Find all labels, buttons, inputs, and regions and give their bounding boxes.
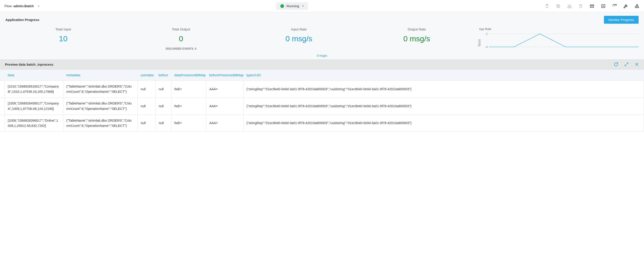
svg-rect-8 [636,6,637,8]
cell-data: [1010,"1568928516017","CompanyB",1010,1,… [4,81,63,98]
preview-header: Preview data batch_inprocess [0,59,644,69]
clipboard-icon[interactable] [544,4,550,9]
progress-title: Application Progress [6,18,40,22]
status-indicator-icon [280,4,284,8]
col-datapresencebitmap[interactable]: dataPresenceBitMap [171,69,206,81]
svg-point-9 [638,6,639,8]
refresh-icon[interactable] [614,62,618,67]
cell-datapresencebitmap: fwE= [171,81,206,98]
monitor-progress-button[interactable]: Monitor Progress [604,16,638,24]
cell-userdata: null [137,81,155,98]
close-icon[interactable] [634,62,639,67]
output-rate-metric: Output Rate 0 msg/s [359,27,474,43]
cell-data: [1008,"1568928396017","Online",1008,1,26… [4,115,63,131]
chart-tick-0: 0 [486,46,488,48]
table-row[interactable]: [1008,"1568928396017","Online",1008,1,26… [0,115,644,131]
svg-point-5 [570,7,572,8]
preview-title: Preview data batch_inprocess [5,63,53,66]
flow-label: Flow: admin.Batch [4,4,34,8]
output-rate-value: 0 msg/s [403,34,430,43]
app-rate-chart: App Rate Values 2 0 [477,27,638,53]
cell-typeuuid: {"stringRep":"01ec9b40-0e9d-3a01-9f78-42… [243,115,644,131]
chevron-down-icon: ▼ [302,5,304,7]
cell-beforepresencebitmap: AAA= [206,81,243,98]
svg-rect-2 [558,5,560,8]
preview-table: data metadata userdata before dataPresen… [0,69,644,132]
total-input-metric: Total Input 10 [6,27,121,43]
copy-icon[interactable] [556,4,561,9]
total-output-value: 0 [179,34,183,43]
cell-userdata: null [137,98,155,115]
layout-icon[interactable] [590,4,594,9]
expand-icon[interactable] [624,62,629,67]
cell-metadata: {"TableName":"striimlab.dbo.ORDERS","Col… [63,115,137,131]
cell-typeuuid: {"stringRep":"01ec9b40-0e9d-3a01-9f78-42… [243,98,644,115]
cell-beforepresencebitmap: AAA= [206,98,243,115]
chevron-down-icon: ▼ [38,5,40,8]
toolbar [544,4,640,9]
chart-icon[interactable] [601,4,606,9]
svg-rect-3 [557,5,559,7]
rate-bubble: 0 msg/s [6,54,638,57]
input-rate-metric: Input Rate 0 msg/s [241,27,357,43]
col-before[interactable]: before [155,69,171,81]
application-progress-panel: Application Progress Monitor Progress To… [0,12,644,59]
refresh-alert-icon[interactable] [612,4,617,9]
row-index [0,81,4,98]
cell-before: null [155,98,171,115]
cell-data: [1009,"1568928456017","CompanyA",1009,1,… [4,98,63,115]
chart-tick-2: 2 [486,33,488,35]
table-row[interactable]: [1009,"1568928456017","CompanyA",1009,1,… [0,98,644,115]
status-dropdown[interactable]: Running ▼ [276,2,308,10]
cell-before: null [155,115,171,131]
delete-icon[interactable] [578,4,583,9]
cell-datapresencebitmap: fwE= [171,115,206,131]
cell-userdata: null [137,115,155,131]
total-output-metric: Total Output 0 DISCARDED EVENTS: 0 [123,27,239,50]
row-index [0,115,4,131]
input-rate-value: 0 msg/s [286,34,312,43]
cell-typeuuid: {"stringRep":"01ec9b40-0e9d-3a01-9f78-42… [243,81,644,98]
discarded-events-label: DISCARDED EVENTS: 0 [123,47,239,50]
row-index [0,98,4,115]
cut-icon[interactable] [567,4,572,9]
chart-line [489,34,638,47]
shapes-icon[interactable] [634,4,640,9]
cell-metadata: {"TableName":"striimlab.dbo.ORDERS","Col… [63,81,137,98]
table-header-row: data metadata userdata before dataPresen… [0,69,644,81]
col-beforepresencebitmap[interactable]: beforePresenceBitMap [206,69,243,81]
cell-before: null [155,81,171,98]
col-data[interactable]: data [4,69,63,81]
cell-beforepresencebitmap: AAA= [206,115,243,131]
col-metadata[interactable]: metadata [63,69,137,81]
wrench-icon[interactable] [623,4,628,9]
svg-point-4 [568,7,569,8]
cell-datapresencebitmap: fwE= [171,98,206,115]
cell-metadata: {"TableName":"striimlab.dbo.ORDERS","Col… [63,98,137,115]
chart-y-label: Values [478,39,482,47]
top-bar: Flow: admin.Batch ▼ Running ▼ [0,0,644,12]
total-input-value: 10 [59,34,68,43]
table-row[interactable]: [1010,"1568928516017","CompanyB",1010,1,… [0,81,644,98]
col-typeuuid[interactable]: typeUUID [243,69,644,81]
status-text: Running [287,4,299,8]
col-userdata[interactable]: userdata [137,69,155,81]
flow-selector[interactable]: Flow: admin.Batch ▼ [4,4,40,8]
